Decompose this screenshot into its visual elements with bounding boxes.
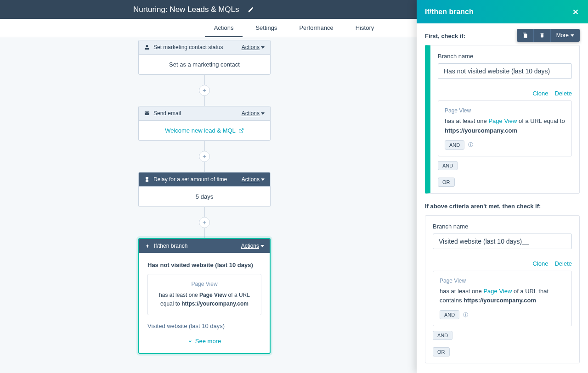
criteria-head: Page View — [153, 281, 255, 287]
chevron-down-icon — [260, 245, 264, 247]
connector-line — [204, 228, 205, 238]
close-icon — [571, 8, 580, 16]
workflow-title: Nurturing: New Leads & MQLs — [133, 5, 239, 14]
edit-title-icon[interactable] — [248, 6, 254, 13]
clone-button-icon[interactable] — [517, 29, 534, 42]
branch-1-title: Has not visited website (last 10 days) — [147, 262, 261, 268]
filter-text: has at least one Page View of a URL equa… — [445, 117, 565, 136]
node-header-label: Delay for a set amount of time — [153, 176, 242, 183]
side-panel: If/then branch More First, check if: Bra… — [417, 0, 588, 373]
delete-link[interactable]: Delete — [554, 260, 572, 267]
panel-title: If/then branch — [425, 8, 474, 16]
svg-line-0 — [241, 128, 243, 131]
hourglass-icon — [144, 177, 150, 182]
filter-box[interactable]: Page View has at least one Page View of … — [438, 100, 572, 156]
branch-toolbar: More — [517, 29, 580, 42]
panel-body: More First, check if: Branch name Clone … — [417, 23, 588, 373]
connector-line — [204, 96, 205, 106]
criteria-box: Page View has at least one Page View of … — [147, 274, 261, 315]
branch-2-name-input[interactable] — [433, 234, 572, 249]
info-icon[interactable]: ⓘ — [468, 141, 473, 148]
or-operator-button[interactable]: OR — [438, 178, 455, 187]
tab-settings[interactable]: Settings — [255, 19, 277, 37]
and-operator-button[interactable]: AND — [440, 310, 459, 319]
branch-icon — [145, 243, 150, 249]
copy-icon — [522, 33, 528, 38]
add-action-button[interactable]: + — [199, 217, 210, 228]
node-header-label: If/then branch — [154, 243, 241, 249]
node-send-email[interactable]: Send email Actions Welcome new lead & MQ… — [138, 106, 271, 141]
chevron-down-icon — [261, 46, 265, 49]
node-actions-menu[interactable]: Actions — [242, 110, 265, 117]
info-icon[interactable]: ⓘ — [463, 312, 468, 318]
branch-1-name-input[interactable] — [438, 63, 572, 79]
delete-button-icon[interactable] — [534, 29, 551, 42]
node-body: 5 days — [139, 187, 270, 206]
panel-header: If/then branch — [417, 0, 588, 23]
filter-category: Page View — [440, 278, 565, 284]
connector-line — [204, 162, 205, 172]
node-actions-menu[interactable]: Actions — [242, 176, 265, 183]
criteria-text: has at least one Page View of a URL equa… — [153, 291, 255, 308]
and-operator-button[interactable]: AND — [433, 331, 452, 340]
node-actions-menu[interactable]: Actions — [242, 44, 265, 50]
filter-box[interactable]: Page View has at least one Page View of … — [433, 271, 572, 327]
node-set-marketing-status[interactable]: Set marketing contact status Actions Set… — [138, 40, 271, 75]
chevron-down-icon — [261, 178, 265, 181]
see-more-button[interactable]: See more — [188, 338, 221, 345]
filter-text: has at least one Page View of a URL that… — [440, 287, 565, 306]
branch-card-1: Branch name Clone Delete Page View has a… — [425, 45, 580, 194]
tab-actions[interactable]: Actions — [214, 19, 234, 37]
branch-card-2: Branch name Clone Delete Page View has a… — [425, 215, 580, 364]
chevron-down-icon — [261, 112, 265, 115]
node-header-label: Send email — [153, 110, 242, 117]
add-action-button[interactable]: + — [199, 151, 210, 162]
user-icon — [144, 45, 150, 50]
next-check-label: If above criteria aren't met, then check… — [425, 203, 580, 210]
chevron-down-icon — [188, 339, 192, 344]
node-actions-menu[interactable]: Actions — [241, 243, 264, 249]
clone-link[interactable]: Clone — [532, 90, 548, 97]
tab-history[interactable]: History — [356, 19, 374, 37]
node-if-then-branch[interactable]: If/then branch Actions Has not visited w… — [138, 238, 271, 354]
email-icon — [144, 111, 150, 116]
chevron-down-icon — [571, 34, 574, 37]
trash-icon — [539, 33, 545, 38]
branch-body: Has not visited website (last 10 days) P… — [139, 253, 270, 353]
branch-2-title: Visited website (last 10 days) — [147, 323, 261, 329]
and-operator-button[interactable]: AND — [445, 140, 464, 150]
branch-name-label: Branch name — [433, 223, 572, 230]
branch-name-label: Branch name — [438, 53, 572, 60]
connector-line — [204, 141, 205, 151]
clone-link[interactable]: Clone — [532, 260, 548, 267]
connector-line — [204, 207, 205, 217]
more-button[interactable]: More — [551, 29, 580, 42]
delete-link[interactable]: Delete — [554, 90, 572, 97]
close-panel-button[interactable] — [571, 8, 580, 16]
tab-performance[interactable]: Performance — [299, 19, 333, 37]
add-action-button[interactable]: + — [199, 85, 210, 96]
filter-category: Page View — [445, 107, 565, 114]
node-body: Set as a marketing contact — [139, 55, 270, 74]
node-delay[interactable]: Delay for a set amount of time Actions 5… — [138, 172, 271, 207]
node-header-label: Set marketing contact status — [153, 44, 242, 50]
external-link-icon — [238, 128, 244, 134]
node-body: Welcome new lead & MQL — [139, 121, 270, 140]
email-link[interactable]: Welcome new lead & MQL — [165, 127, 244, 134]
connector-line — [204, 75, 205, 85]
and-operator-button[interactable]: AND — [438, 161, 458, 170]
or-operator-button[interactable]: OR — [433, 347, 450, 356]
